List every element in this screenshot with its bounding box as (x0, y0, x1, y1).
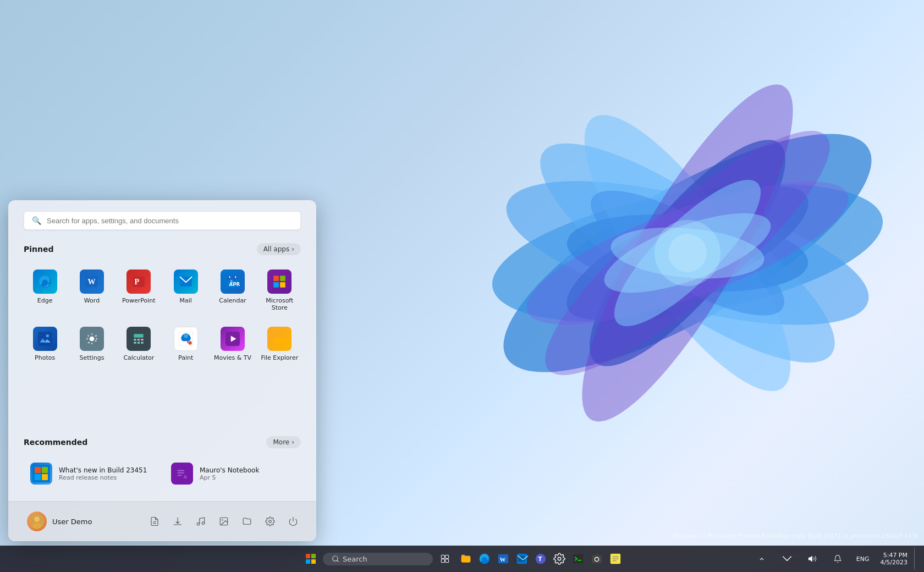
powerpoint-label: PowerPoint (122, 297, 156, 304)
svg-rect-74 (311, 559, 316, 564)
pinned-app-paint[interactable]: Paint (164, 321, 207, 367)
svg-rect-42 (141, 339, 144, 340)
svg-rect-45 (141, 342, 144, 344)
svg-point-36 (46, 334, 48, 337)
svg-point-16 (668, 234, 707, 272)
taskbar-search-bar[interactable]: Search (323, 553, 433, 565)
taskbar-right: ENG 5:47 PM 4/5/2023 (751, 548, 924, 570)
svg-point-62 (32, 523, 41, 529)
svg-rect-72 (311, 554, 316, 558)
taskbar-word[interactable]: W (494, 550, 512, 568)
pictures-button[interactable] (214, 512, 234, 531)
power-button[interactable] (283, 512, 303, 531)
pinned-app-calculator[interactable]: Calculator (118, 321, 160, 367)
whats-new-text: What's new in Build 23451 Read release n… (59, 466, 147, 481)
edge-icon (33, 270, 57, 294)
start-button[interactable] (300, 548, 322, 570)
file-explorer-label: File Explorer (261, 354, 298, 361)
svg-rect-73 (306, 559, 310, 564)
start-search-input[interactable] (47, 217, 293, 225)
taskbar-notes[interactable] (607, 550, 624, 568)
taskbar-camera[interactable] (588, 550, 606, 568)
taskbar-word-icon: W (497, 553, 509, 565)
mauros-notebook-date: Apr 5 (200, 474, 259, 481)
pinned-app-file-explorer[interactable]: File Explorer (258, 321, 301, 367)
svg-rect-53 (35, 474, 41, 480)
language-button[interactable]: ENG (852, 548, 874, 570)
pinned-app-settings[interactable]: Settings (70, 321, 113, 367)
music-button[interactable] (191, 512, 211, 531)
start-search-bar[interactable]: 🔍 (24, 211, 301, 230)
chevron-right-icon: › (292, 438, 294, 446)
pinned-app-edge[interactable]: Edge (24, 264, 66, 317)
more-button[interactable]: More › (266, 436, 301, 448)
show-hidden-icons-button[interactable] (751, 548, 773, 570)
rec-item-mauros-notebook[interactable]: N Mauro's Notebook Apr 5 (164, 457, 301, 490)
svg-rect-79 (446, 559, 449, 563)
svg-rect-40 (134, 339, 136, 340)
volume-icon (808, 554, 817, 563)
taskbar-file-explorer[interactable] (457, 550, 475, 568)
all-apps-button[interactable]: All apps › (257, 243, 301, 255)
rec-item-whats-new[interactable]: What's new in Build 23451 Read release n… (24, 457, 160, 490)
mail-icon (174, 270, 198, 294)
svg-rect-57 (177, 472, 184, 474)
pinned-app-calendar[interactable]: APR 5 Calendar (211, 264, 254, 317)
svg-rect-52 (42, 467, 48, 473)
desktop-swirl (402, 0, 924, 539)
pinned-app-microsoft-store[interactable]: Microsoft Store (258, 264, 301, 317)
taskbar-outlook[interactable] (513, 550, 531, 568)
search-icon: 🔍 (32, 216, 41, 225)
pinned-app-photos[interactable]: Photos (24, 321, 66, 367)
volume-button[interactable] (801, 548, 823, 570)
windows-logo-icon (306, 554, 316, 564)
taskbar-settings[interactable] (551, 550, 568, 568)
svg-rect-77 (446, 555, 449, 558)
calculator-icon (127, 327, 151, 351)
movies-tv-icon (221, 327, 245, 351)
word-label: Word (84, 297, 100, 304)
show-desktop-button[interactable] (914, 548, 917, 570)
pinned-app-powerpoint[interactable]: P PowerPoint (118, 264, 160, 317)
taskbar-notes-icon (609, 553, 622, 565)
recommended-section: Recommended More › (24, 436, 301, 490)
settings-user-button[interactable] (260, 512, 280, 531)
taskbar-center: Search W (300, 548, 624, 570)
pinned-app-word[interactable]: W Word (70, 264, 113, 317)
recommended-title: Recommended (24, 438, 87, 447)
taskbar-edge-icon (479, 553, 491, 565)
svg-rect-39 (134, 334, 144, 338)
notification-button[interactable] (827, 548, 849, 570)
downloads-button[interactable] (168, 512, 188, 531)
taskbar-file-explorer-icon (460, 553, 472, 565)
downloads-icon (173, 516, 183, 526)
pinned-app-mail[interactable]: Mail (164, 264, 207, 317)
settings-icon (80, 327, 104, 351)
taskbar-edge[interactable] (476, 550, 493, 568)
network-button[interactable] (776, 548, 798, 570)
svg-rect-54 (42, 474, 48, 480)
svg-rect-56 (177, 470, 184, 471)
settings-label: Settings (79, 354, 104, 361)
taskbar-settings-icon (553, 553, 565, 565)
pinned-app-movies-tv[interactable]: Movies & TV (211, 321, 254, 367)
taskbar-search-icon (332, 555, 339, 563)
documents-button[interactable] (145, 512, 164, 531)
folder-button[interactable] (237, 512, 257, 531)
svg-rect-89 (592, 556, 602, 564)
paint-label: Paint (178, 354, 193, 361)
paint-icon (174, 327, 198, 351)
svg-rect-43 (134, 342, 136, 344)
user-profile-button[interactable]: User Demo (21, 508, 97, 535)
notification-icon (833, 554, 842, 563)
whats-new-subtitle: Read release notes (59, 474, 147, 481)
svg-rect-41 (138, 339, 140, 340)
taskbar-teams[interactable]: T (532, 550, 549, 568)
start-menu: 🔍 Pinned All apps › Ed (8, 200, 316, 541)
task-view-button[interactable] (434, 548, 456, 570)
microsoft-store-label: Microsoft Store (261, 297, 299, 311)
svg-point-86 (558, 557, 561, 560)
svg-rect-34 (280, 282, 285, 288)
clock-button[interactable]: 5:47 PM 4/5/2023 (877, 551, 911, 567)
taskbar-terminal[interactable] (569, 550, 587, 568)
